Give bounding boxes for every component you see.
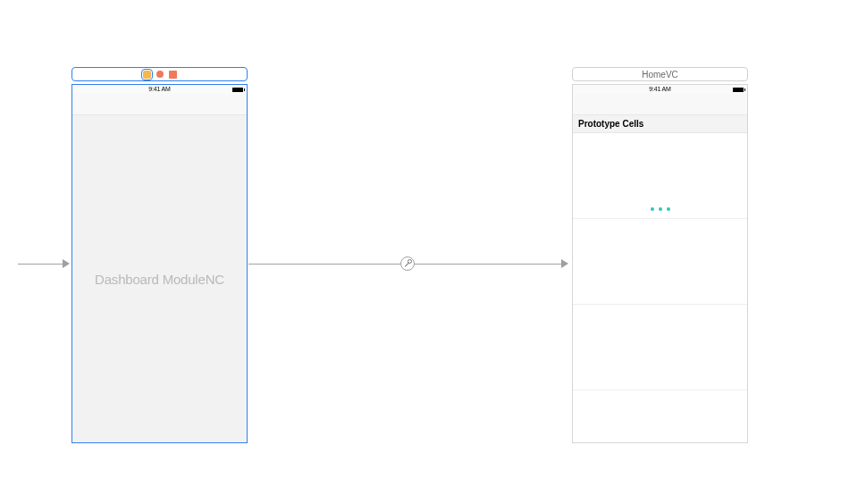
scene-watermark-label: Dashboard ModuleNC: [95, 272, 224, 287]
status-time: 9:41 AM: [148, 86, 170, 92]
root-segue-line-left: [248, 264, 400, 265]
battery-icon: [232, 88, 243, 92]
table-cell[interactable]: [573, 305, 747, 391]
home-vc-scene[interactable]: 9:41 AM Prototype Cells: [572, 84, 748, 443]
root-segue-line-right: [415, 264, 563, 265]
entry-segue-arrowhead: [63, 259, 70, 268]
nav-controller-scene[interactable]: 9:41 AM Dashboard ModuleNC: [71, 84, 248, 443]
scene-title-right[interactable]: HomeVC: [572, 67, 748, 81]
exit-icon: [169, 71, 177, 79]
table-cell[interactable]: [573, 133, 747, 219]
root-segue-badge[interactable]: [400, 256, 415, 271]
scene-title-right-label: HomeVC: [642, 70, 678, 80]
root-segue-arrowhead: [561, 259, 568, 268]
first-responder-icon: [156, 71, 164, 78]
battery-icon: [733, 88, 744, 92]
table-cell[interactable]: [573, 219, 747, 305]
navigation-bar: [72, 94, 247, 115]
status-bar: 9:41 AM: [72, 85, 247, 94]
navigation-bar: [573, 94, 747, 115]
prototype-cells-header: Prototype Cells: [573, 115, 747, 133]
scene-body: Dashboard ModuleNC: [72, 115, 247, 442]
scene-title-left[interactable]: [71, 67, 248, 81]
scene-icon-selected: [143, 71, 151, 79]
scene-body: Prototype Cells: [573, 115, 747, 442]
page-dots: [651, 207, 670, 211]
status-bar: 9:41 AM: [573, 85, 747, 94]
entry-segue-line: [18, 264, 64, 265]
status-time: 9:41 AM: [649, 86, 670, 92]
